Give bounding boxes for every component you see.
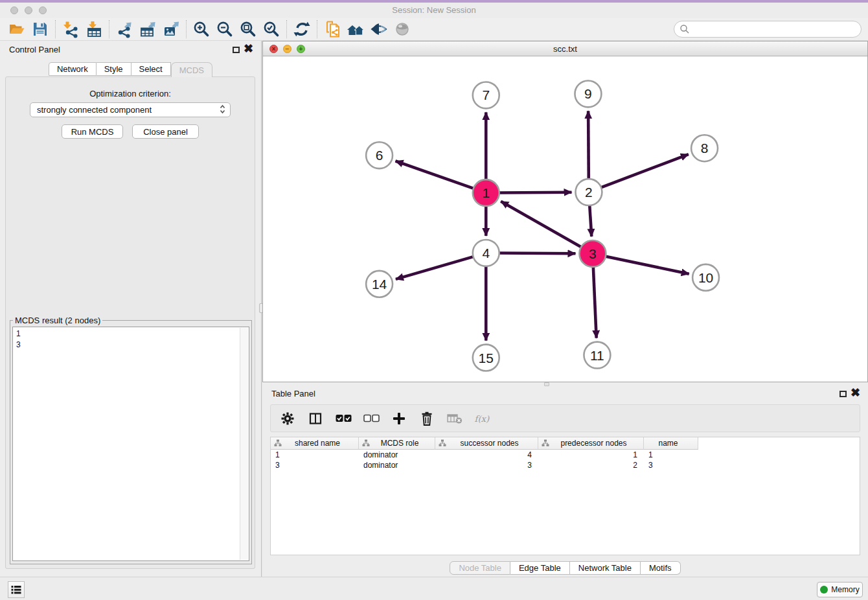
tab-style[interactable]: Style — [97, 62, 131, 76]
cell-mcds-role[interactable]: dominator — [359, 450, 435, 460]
attribute-icon — [274, 439, 282, 447]
tab-mcds[interactable]: MCDS — [171, 62, 212, 77]
control-panel: Control Panel ✖ Network Style Select MCD… — [0, 41, 261, 577]
table-row[interactable]: 3 dominator 3 2 3 — [271, 460, 860, 470]
graph-edge-2-3[interactable] — [589, 205, 591, 237]
tab-edge-table[interactable]: Edge Table — [510, 561, 570, 575]
graph-edge-3-11[interactable] — [593, 266, 597, 338]
application-window: Session: New Session — [0, 0, 868, 600]
graph-edge-1-2[interactable] — [499, 192, 572, 193]
export-image-button[interactable] — [159, 19, 183, 39]
gear-icon — [281, 412, 294, 425]
result-scrollbar[interactable] — [240, 328, 248, 560]
zoom-fit-button[interactable] — [236, 19, 260, 39]
criterion-select[interactable]: strongly connected component — [30, 102, 231, 117]
table-row[interactable]: 1 dominator 4 1 1 — [271, 450, 860, 460]
memory-button[interactable]: Memory — [817, 582, 863, 597]
float-panel-icon[interactable] — [839, 391, 847, 397]
tab-node-table[interactable]: Node Table — [450, 561, 510, 575]
svg-text:f(x): f(x) — [475, 413, 490, 423]
graph-node-label: 9 — [584, 86, 592, 101]
zoom-out-button[interactable] — [213, 19, 236, 39]
import-network-icon — [62, 20, 80, 38]
export-table-button[interactable] — [136, 19, 159, 39]
cell-name[interactable]: 1 — [644, 450, 698, 460]
import-network-button[interactable] — [59, 19, 82, 39]
add-column-button[interactable] — [390, 409, 408, 428]
zoom-in-button[interactable] — [190, 19, 213, 39]
graphics-details-icon — [370, 20, 388, 38]
table-panel-title: Table Panel — [271, 389, 315, 398]
table-deselect-all-button[interactable] — [362, 409, 380, 428]
apply-layout-button[interactable] — [290, 19, 314, 39]
table-settings-button[interactable] — [279, 409, 297, 428]
cell-successor-nodes[interactable]: 4 — [435, 450, 538, 460]
fx-icon: f(x) — [474, 411, 492, 426]
unchecked-boxes-icon — [363, 414, 380, 423]
graph-edge-3-1[interactable] — [501, 202, 582, 248]
export-network-button[interactable] — [113, 19, 136, 39]
column-header-mcds-role[interactable]: MCDS role — [359, 437, 435, 450]
close-panel-icon[interactable]: ✖ — [851, 386, 860, 399]
graph-edge-4-14[interactable] — [396, 257, 474, 279]
cell-predecessor-nodes[interactable]: 1 — [538, 450, 644, 460]
open-session-button[interactable] — [5, 19, 29, 39]
column-header-name[interactable]: name — [644, 437, 698, 450]
zoom-selected-button[interactable] — [260, 19, 283, 39]
graph-node-label: 8 — [701, 141, 709, 156]
show-graphics-details-button[interactable] — [367, 19, 391, 39]
toolbar-separator — [317, 20, 317, 38]
column-header-successor-nodes[interactable]: successor nodes — [435, 437, 538, 450]
graph-edge-3-10[interactable] — [605, 256, 689, 273]
cell-shared-name[interactable]: 3 — [271, 460, 359, 470]
tab-network-table[interactable]: Network Table — [570, 561, 641, 575]
tab-network[interactable]: Network — [49, 62, 97, 76]
export-image-icon — [162, 20, 180, 38]
cell-predecessor-nodes[interactable]: 2 — [538, 460, 644, 470]
search-box — [674, 21, 862, 38]
float-panel-icon[interactable] — [233, 47, 240, 53]
mcds-result-text: 1 3 — [16, 329, 21, 351]
horizontal-splitter[interactable] — [262, 382, 868, 387]
delete-table-button[interactable] — [446, 409, 464, 428]
column-header-shared-name[interactable]: shared name — [271, 437, 359, 450]
new-network-from-selection-button[interactable] — [321, 19, 344, 39]
graph-edge-4-3[interactable] — [499, 253, 576, 254]
control-panel-title: Control Panel — [9, 45, 60, 54]
save-session-button[interactable] — [29, 19, 52, 39]
function-builder-button[interactable]: f(x) — [474, 409, 492, 428]
cell-mcds-role[interactable]: dominator — [359, 460, 435, 470]
cell-successor-nodes[interactable]: 3 — [435, 460, 538, 470]
delete-column-button[interactable] — [418, 409, 436, 428]
table-tabs: Node Table Edge Table Network Table Moti… — [262, 561, 868, 575]
tab-select[interactable]: Select — [131, 62, 171, 76]
import-table-button[interactable] — [82, 19, 106, 39]
splitter-grip[interactable] — [544, 382, 549, 386]
import-table-icon — [85, 20, 103, 38]
task-history-button[interactable] — [8, 581, 25, 598]
graph-edge-2-8[interactable] — [600, 154, 689, 188]
network-canvas[interactable]: 7968124314101511 — [263, 57, 867, 382]
table-column-view-button[interactable] — [306, 409, 325, 428]
network-window-titlebar[interactable]: × − + scc.txt — [263, 41, 867, 56]
clone-network-icon — [323, 20, 341, 38]
column-header-predecessor-nodes[interactable]: predecessor nodes — [538, 437, 644, 450]
graph-canvas[interactable]: 7968124314101511 — [263, 57, 867, 382]
graph-edge-2-9[interactable] — [588, 111, 589, 179]
tab-motifs[interactable]: Motifs — [641, 561, 681, 575]
table-select-all-button[interactable] — [334, 409, 352, 428]
table-header-row: shared name MCDS role successor nodes pr… — [271, 437, 860, 450]
table-panel: Table Panel ✖ — [262, 387, 868, 577]
close-panel-button[interactable]: Close panel — [132, 124, 199, 139]
run-mcds-button[interactable]: Run MCDS — [62, 124, 123, 139]
home-button[interactable] — [344, 19, 367, 39]
cell-shared-name[interactable]: 1 — [271, 450, 359, 460]
titlebar: Session: New Session — [0, 3, 868, 18]
graph-edge-1-6[interactable] — [396, 161, 474, 189]
cell-name[interactable]: 3 — [644, 460, 698, 470]
search-input[interactable] — [690, 23, 861, 36]
birds-eye-view-button[interactable] — [391, 19, 414, 39]
node-table[interactable]: shared name MCDS role successor nodes pr… — [270, 437, 860, 555]
close-panel-icon[interactable]: ✖ — [244, 42, 253, 55]
mcds-result-area[interactable]: 1 3 — [12, 327, 249, 561]
